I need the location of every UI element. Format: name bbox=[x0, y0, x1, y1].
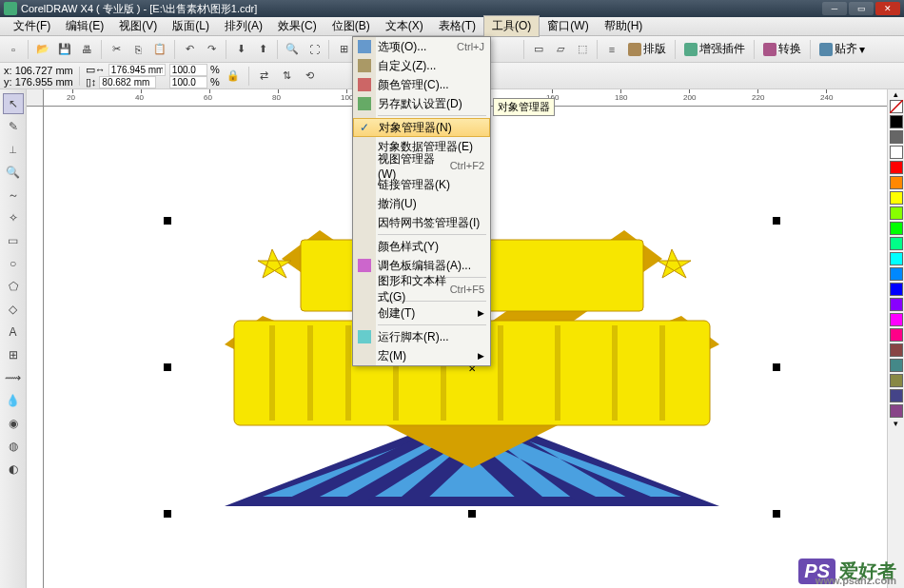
menu-8[interactable]: 表格(T) bbox=[431, 16, 483, 36]
selection-handle[interactable] bbox=[164, 217, 171, 225]
color-swatch[interactable] bbox=[890, 146, 903, 159]
scale-x-input[interactable] bbox=[169, 64, 207, 76]
selection-handle[interactable] bbox=[773, 510, 780, 518]
menu-item-2[interactable]: 颜色管理(C)... bbox=[353, 75, 490, 94]
paste-label[interactable]: 贴齐 ▾ bbox=[816, 41, 869, 57]
color-swatch[interactable] bbox=[890, 191, 903, 205]
snap-button[interactable]: ⊞ bbox=[334, 40, 353, 59]
copy-button[interactable]: ⎘ bbox=[128, 40, 147, 59]
redo-button[interactable]: ↷ bbox=[202, 40, 221, 59]
menu-item-10[interactable]: 因特网书签管理器(I) bbox=[353, 213, 490, 232]
color-swatch[interactable] bbox=[890, 267, 903, 281]
color-swatch[interactable] bbox=[890, 115, 903, 128]
color-swatch[interactable] bbox=[890, 298, 903, 311]
lock-ratio-button[interactable]: 🔒 bbox=[224, 67, 243, 86]
menu-7[interactable]: 文本(X) bbox=[378, 16, 431, 36]
menu-5[interactable]: 效果(C) bbox=[270, 16, 324, 36]
table-tool[interactable]: ⊞ bbox=[3, 344, 24, 365]
color-swatch[interactable] bbox=[890, 359, 903, 372]
menu-0[interactable]: 文件(F) bbox=[6, 16, 58, 36]
color-swatch[interactable] bbox=[890, 161, 903, 174]
zoom-tool[interactable]: 🔍 bbox=[3, 162, 24, 183]
color-swatch[interactable] bbox=[890, 313, 903, 326]
rectangle-tool[interactable]: ▭ bbox=[3, 230, 24, 251]
color-swatch[interactable] bbox=[890, 222, 903, 235]
paste-button[interactable]: 📋 bbox=[150, 40, 169, 59]
menu-item-19[interactable]: 运行脚本(R)... bbox=[353, 327, 490, 346]
color-swatch[interactable] bbox=[890, 176, 903, 189]
color-swatch[interactable] bbox=[890, 206, 903, 220]
color-swatch[interactable] bbox=[890, 237, 903, 250]
eyedropper-tool[interactable]: 💧 bbox=[3, 390, 24, 411]
scale-y-input[interactable] bbox=[169, 76, 207, 88]
menu-2[interactable]: 视图(V) bbox=[111, 16, 165, 36]
save-button[interactable]: 💾 bbox=[55, 40, 74, 59]
menu-6[interactable]: 位图(B) bbox=[324, 16, 378, 36]
menu-item-3[interactable]: 另存默认设置(D) bbox=[353, 94, 490, 113]
menu-3[interactable]: 版面(L) bbox=[165, 16, 217, 36]
menu-11[interactable]: 帮助(H) bbox=[597, 16, 651, 36]
menu-item-20[interactable]: 宏(M)▶ bbox=[353, 346, 490, 365]
interactive-fill-tool[interactable]: ◐ bbox=[3, 459, 24, 480]
palette-up[interactable]: ▴ bbox=[888, 89, 904, 99]
zoom-button[interactable]: 🔍 bbox=[283, 40, 302, 59]
enhance-label[interactable]: 增强插件 bbox=[680, 41, 749, 57]
menu-item-5[interactable]: ✓对象管理器(N) bbox=[353, 118, 490, 137]
mirror-h-button[interactable]: ⇄ bbox=[255, 67, 274, 86]
freehand-tool[interactable]: ～ bbox=[3, 185, 24, 206]
minimize-button[interactable]: ─ bbox=[822, 2, 847, 15]
shape-tool[interactable]: ✎ bbox=[3, 116, 24, 137]
menu-item-17[interactable]: 创建(T)▶ bbox=[353, 304, 490, 323]
width-input[interactable] bbox=[108, 64, 166, 76]
menu-item-15[interactable]: 图形和文本样式(G)Ctrl+F5 bbox=[353, 280, 490, 299]
rotate-button[interactable]: ⟲ bbox=[301, 67, 320, 86]
menu-1[interactable]: 编辑(E) bbox=[58, 16, 111, 36]
menu-item-9[interactable]: 撤消(U) bbox=[353, 194, 490, 213]
ruler-vertical[interactable] bbox=[27, 107, 44, 588]
pick-tool[interactable]: ↖ bbox=[3, 93, 24, 114]
color-swatch[interactable] bbox=[890, 404, 903, 418]
menu-item-13[interactable]: 调色板编辑器(A)... bbox=[353, 256, 490, 275]
ruler-origin[interactable] bbox=[27, 89, 44, 107]
color-swatch[interactable] bbox=[890, 130, 903, 144]
palette-down[interactable]: ▾ bbox=[888, 419, 904, 428]
print-button[interactable]: 🖶 bbox=[77, 40, 96, 59]
convert-label[interactable]: 转换 bbox=[759, 41, 805, 57]
undo-button[interactable]: ↶ bbox=[180, 40, 199, 59]
menu-item-7[interactable]: 视图管理器(W)Ctrl+F2 bbox=[353, 156, 490, 175]
import-button[interactable]: ⬇ bbox=[231, 40, 250, 59]
selection-handle[interactable] bbox=[773, 217, 780, 225]
crop-tool[interactable]: ⟂ bbox=[3, 139, 24, 160]
selection-handle[interactable] bbox=[164, 510, 171, 518]
outline-tool[interactable]: ◉ bbox=[3, 413, 24, 434]
open-button[interactable]: 📂 bbox=[33, 40, 52, 59]
polygon-tool[interactable]: ⬠ bbox=[3, 276, 24, 297]
tool-c[interactable]: ⬚ bbox=[573, 40, 592, 59]
maximize-button[interactable]: ▭ bbox=[849, 2, 874, 15]
color-swatch[interactable] bbox=[890, 389, 903, 402]
no-color-swatch[interactable] bbox=[890, 100, 903, 113]
layout-label[interactable]: 排版 bbox=[624, 41, 670, 57]
color-swatch[interactable] bbox=[890, 374, 903, 387]
basic-shapes-tool[interactable]: ◇ bbox=[3, 299, 24, 320]
menu-10[interactable]: 窗口(W) bbox=[540, 16, 596, 36]
align-button[interactable]: ≡ bbox=[602, 40, 621, 59]
menu-item-12[interactable]: 颜色样式(Y) bbox=[353, 237, 490, 256]
menu-item-1[interactable]: 自定义(Z)... bbox=[353, 56, 490, 75]
menu-item-0[interactable]: 选项(O)...Ctrl+J bbox=[353, 37, 490, 56]
selection-handle[interactable] bbox=[773, 363, 780, 371]
ellipse-tool[interactable]: ○ bbox=[3, 253, 24, 274]
blend-tool[interactable]: ⟿ bbox=[3, 367, 24, 388]
smart-tool[interactable]: ✧ bbox=[3, 207, 24, 228]
menu-item-8[interactable]: 链接管理器(K) bbox=[353, 175, 490, 194]
tool-a[interactable]: ▭ bbox=[529, 40, 548, 59]
mirror-v-button[interactable]: ⇅ bbox=[278, 67, 297, 86]
color-swatch[interactable] bbox=[890, 328, 903, 342]
menu-4[interactable]: 排列(A) bbox=[217, 16, 270, 36]
selection-handle[interactable] bbox=[164, 363, 171, 371]
text-tool[interactable]: A bbox=[3, 322, 24, 343]
close-button[interactable]: ✕ bbox=[875, 2, 900, 15]
height-input[interactable] bbox=[99, 76, 156, 88]
export-button[interactable]: ⬆ bbox=[253, 40, 272, 59]
fill-tool[interactable]: ◍ bbox=[3, 436, 24, 457]
